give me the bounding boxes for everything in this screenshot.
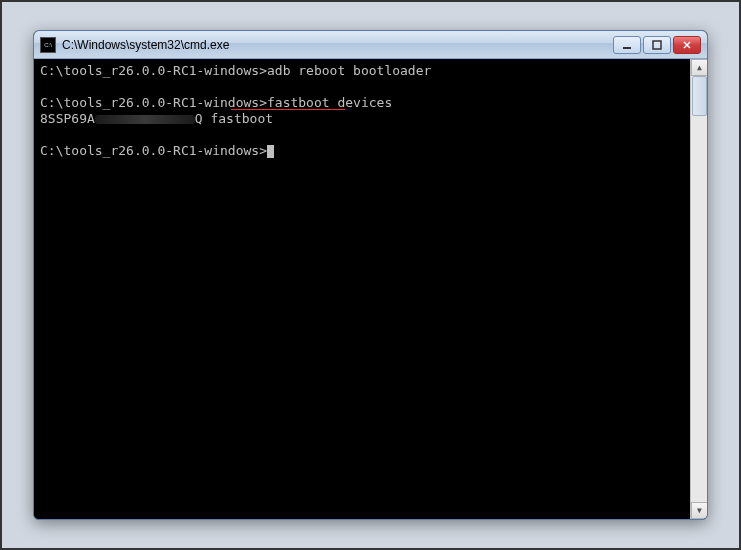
scroll-up-button[interactable]: ▲ bbox=[691, 59, 707, 76]
cmd-window: C:\Windows\system32\cmd.exe C:\tools_r26… bbox=[33, 30, 708, 520]
window-controls bbox=[613, 36, 701, 54]
minimize-button[interactable] bbox=[613, 36, 641, 54]
prompt: C:\tools_r26.0.0-RC1-windows> bbox=[40, 143, 267, 158]
command: fastboot devices bbox=[267, 95, 392, 110]
scrollbar[interactable]: ▲ ▼ bbox=[690, 59, 707, 519]
window-title: C:\Windows\system32\cmd.exe bbox=[62, 38, 613, 52]
annotation-underline bbox=[231, 109, 345, 110]
prompt: C:\tools_r26.0.0-RC1-windows> bbox=[40, 95, 267, 110]
close-icon bbox=[682, 40, 692, 50]
svg-rect-0 bbox=[623, 47, 631, 49]
device-id-redacted bbox=[95, 113, 195, 126]
cursor bbox=[267, 145, 274, 158]
minimize-icon bbox=[622, 40, 632, 50]
device-status: fastboot bbox=[210, 111, 273, 126]
scroll-thumb[interactable] bbox=[692, 76, 707, 116]
cmd-icon bbox=[40, 37, 56, 53]
command: adb reboot bootloader bbox=[267, 63, 431, 78]
terminal-content: C:\tools_r26.0.0-RC1-windows>adb reboot … bbox=[40, 63, 701, 159]
maximize-icon bbox=[652, 40, 662, 50]
blank-line bbox=[40, 127, 48, 142]
device-id-suffix: Q bbox=[195, 111, 203, 126]
prompt: C:\tools_r26.0.0-RC1-windows> bbox=[40, 63, 267, 78]
scroll-down-button[interactable]: ▼ bbox=[691, 502, 707, 519]
device-id-prefix: 8SSP69A bbox=[40, 111, 95, 126]
blank-line bbox=[40, 79, 48, 94]
close-button[interactable] bbox=[673, 36, 701, 54]
svg-rect-1 bbox=[653, 41, 661, 49]
maximize-button[interactable] bbox=[643, 36, 671, 54]
titlebar[interactable]: C:\Windows\system32\cmd.exe bbox=[34, 31, 707, 59]
terminal-body[interactable]: C:\tools_r26.0.0-RC1-windows>adb reboot … bbox=[34, 59, 707, 519]
